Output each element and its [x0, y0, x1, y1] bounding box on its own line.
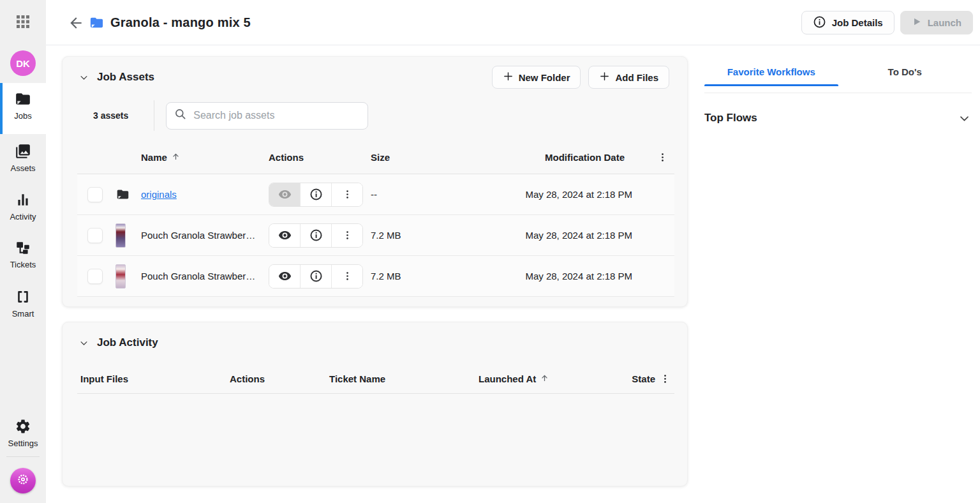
table-row: Pouch Granola Strawber… [77, 256, 674, 297]
column-settings-kebab-icon[interactable] [655, 373, 674, 384]
column-header-name[interactable]: Name [141, 152, 269, 163]
bar-chart-icon [15, 191, 31, 208]
folder-icon [15, 91, 31, 107]
add-files-button[interactable]: Add Files [588, 66, 669, 89]
search-assets-box [166, 102, 368, 130]
avatar[interactable]: DK [10, 50, 36, 76]
job-assets-card: Job Assets New Folder Add Files 3 assets [62, 56, 688, 307]
asset-count: 3 assets [93, 110, 128, 121]
sidebar-item-tickets[interactable]: Tickets [0, 232, 46, 275]
preview-eye-icon [269, 183, 300, 206]
search-icon [174, 108, 187, 123]
search-input[interactable] [193, 110, 360, 121]
row-kebab-icon[interactable] [331, 224, 362, 247]
photo-library-icon [15, 143, 31, 160]
chevron-down-icon[interactable] [956, 110, 972, 126]
preview-eye-icon[interactable] [269, 265, 300, 288]
row-kebab-icon[interactable] [331, 183, 362, 206]
tab-to-dos[interactable]: To Do's [838, 57, 972, 86]
assets-table: Name Actions Size Modification Date [77, 141, 674, 297]
asset-modified-date: May 28, 2024 at 2:18 PM [447, 271, 650, 282]
asset-thumbnail [115, 264, 126, 289]
column-header-input-files: Input Files [80, 373, 230, 384]
automation-gear-button[interactable] [10, 468, 36, 493]
row-checkbox[interactable] [87, 269, 103, 284]
asset-thumbnail [115, 223, 126, 248]
empty-activity-body [77, 394, 674, 470]
sort-arrow-up-icon [171, 152, 181, 163]
sidebar-item-label: Assets [10, 163, 35, 173]
sidebar-item-assets[interactable]: Assets [0, 135, 46, 177]
plus-icon [599, 71, 610, 84]
sidebar-item-label: Tickets [10, 260, 36, 269]
asset-name-link[interactable]: originals [141, 189, 177, 200]
info-icon[interactable] [300, 265, 331, 288]
sidebar-item-smart[interactable]: Smart [0, 281, 46, 324]
row-checkbox[interactable] [87, 228, 103, 243]
sidebar-item-activity[interactable]: Activity [0, 184, 46, 226]
top-flows-title: Top Flows [704, 112, 757, 124]
new-folder-label: New Folder [519, 72, 570, 83]
info-icon[interactable] [300, 224, 331, 247]
table-row: originals [77, 174, 674, 215]
asset-size: 7.2 MB [371, 230, 447, 241]
asset-modified-date: May 28, 2024 at 2:18 PM [447, 189, 650, 200]
job-activity-card: Job Activity Input Files Actions Ticket … [62, 322, 688, 486]
header: Granola - mango mix 5 Job Details Launch [46, 0, 980, 45]
sort-arrow-up-icon [540, 373, 549, 385]
app-window: DK Jobs Assets [0, 0, 980, 503]
sidebar-item-label: Smart [12, 309, 34, 319]
info-icon[interactable] [300, 183, 331, 206]
asset-modified-date: May 28, 2024 at 2:18 PM [447, 230, 650, 241]
row-action-group [269, 183, 363, 207]
column-header-size[interactable]: Size [371, 152, 447, 163]
workflows-panel: Favorite Workflows To Do's Top Flows [704, 57, 972, 126]
job-details-button[interactable]: Job Details [801, 11, 895, 34]
activity-table: Input Files Actions Ticket Name Launched… [77, 364, 674, 470]
column-header-actions: Actions [269, 152, 371, 163]
asset-name: Pouch Granola Strawber… [141, 230, 260, 241]
asset-size: -- [371, 189, 447, 200]
new-folder-button[interactable]: New Folder [492, 66, 581, 89]
row-kebab-icon[interactable] [331, 265, 362, 288]
table-row: Pouch Granola Strawber… [77, 215, 674, 256]
sidebar-item-label: Activity [10, 212, 36, 221]
active-indicator [0, 83, 3, 134]
sidebar-item-settings[interactable]: Settings [0, 410, 46, 454]
column-header-modification-date[interactable]: Modification Date [447, 152, 650, 163]
collapse-chevron-icon[interactable] [76, 335, 91, 350]
job-details-label: Job Details [832, 17, 883, 28]
page-title: Granola - mango mix 5 [110, 15, 251, 30]
workflow-icon [15, 239, 31, 256]
launch-label: Launch [928, 17, 961, 28]
folder-icon [115, 188, 141, 201]
sidebar-item-label: Jobs [14, 111, 31, 121]
column-settings-kebab-icon[interactable] [650, 152, 674, 163]
column-header-launched-at[interactable]: Launched At [479, 373, 604, 385]
collapse-chevron-icon[interactable] [76, 70, 91, 85]
row-checkbox[interactable] [87, 187, 103, 202]
gear-ring-icon [16, 472, 30, 489]
sidebar-item-jobs[interactable]: Jobs [0, 83, 46, 134]
tab-favorite-workflows[interactable]: Favorite Workflows [704, 57, 838, 86]
row-action-group [269, 223, 363, 248]
column-header-ticket-name: Ticket Name [329, 373, 479, 384]
section-title: Job Activity [97, 336, 158, 349]
section-title: Job Assets [97, 71, 154, 84]
back-arrow-icon[interactable] [68, 15, 84, 31]
launch-button[interactable]: Launch [900, 11, 973, 34]
sidebar-item-label: Settings [8, 439, 38, 448]
play-icon [912, 17, 922, 29]
add-files-label: Add Files [615, 72, 658, 83]
info-icon [813, 15, 826, 31]
column-header-state: State [604, 373, 655, 384]
app-grid-menu-icon[interactable] [15, 14, 31, 29]
brackets-icon [15, 289, 31, 305]
asset-name: Pouch Granola Strawber… [141, 271, 260, 282]
row-action-group [269, 264, 363, 289]
plus-icon [503, 71, 514, 84]
job-folder-icon [89, 15, 105, 33]
preview-eye-icon[interactable] [269, 224, 300, 247]
column-header-actions: Actions [230, 373, 329, 384]
asset-size: 7.2 MB [371, 271, 447, 282]
